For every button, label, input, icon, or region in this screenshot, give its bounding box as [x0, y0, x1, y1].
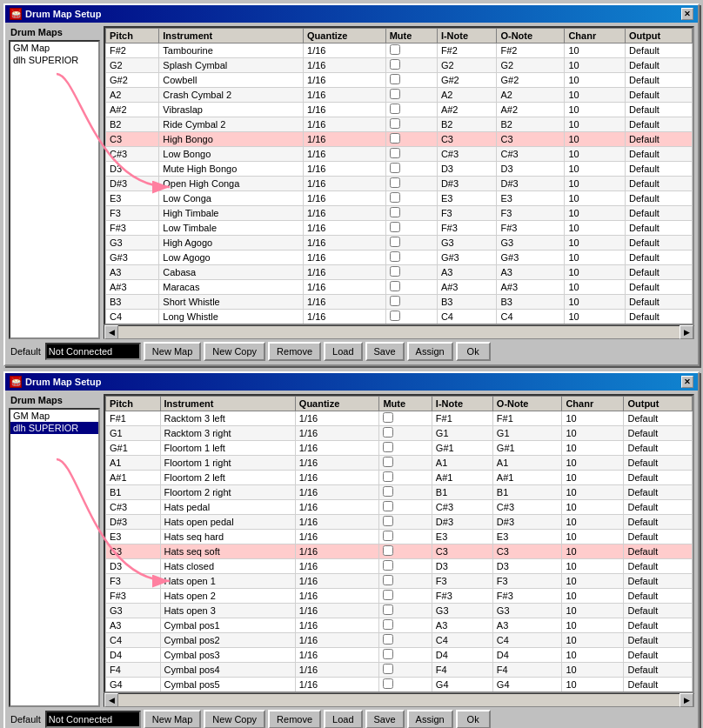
table-row[interactable]: F3 High Timbale 1/16 F3 F3 10 Default — [106, 206, 693, 221]
mute-checkbox[interactable] — [383, 619, 393, 630]
table-row[interactable]: E3 Low Conga 1/16 E3 E3 10 Default — [106, 191, 693, 206]
cell-mute[interactable] — [385, 58, 437, 73]
mute-checkbox[interactable] — [390, 192, 400, 203]
assign-button-1[interactable]: Assign — [407, 342, 453, 361]
scroll-left-1[interactable]: ◀ — [104, 325, 118, 339]
cell-mute[interactable] — [379, 530, 432, 544]
cell-mute[interactable] — [379, 411, 432, 426]
table-row[interactable]: C4 Long Whistle 1/16 C4 C4 10 Default — [106, 310, 693, 324]
mute-checkbox[interactable] — [383, 531, 393, 541]
cell-mute[interactable] — [385, 310, 437, 324]
mute-checkbox[interactable] — [383, 590, 393, 600]
table-row[interactable]: C4 Cymbal pos2 1/16 C4 C4 10 Default — [106, 633, 693, 648]
cell-mute[interactable] — [379, 515, 432, 530]
cell-mute[interactable] — [379, 633, 432, 648]
cell-mute[interactable] — [379, 544, 432, 559]
close-button-1[interactable]: ✕ — [681, 8, 693, 20]
cell-mute[interactable] — [385, 221, 437, 236]
mute-checkbox[interactable] — [383, 442, 393, 452]
not-connected-dropdown-2[interactable]: Not Connected — [45, 711, 141, 728]
h-scrollbar-2[interactable]: ◀ ▶ — [104, 693, 694, 707]
table-row[interactable]: D#3 Open High Conga 1/16 D#3 D#3 10 Defa… — [106, 177, 693, 191]
table-row[interactable]: B3 Short Whistle 1/16 B3 B3 10 Default — [106, 295, 693, 310]
cell-mute[interactable] — [385, 177, 437, 191]
mute-checkbox[interactable] — [383, 412, 393, 423]
cell-mute[interactable] — [379, 589, 432, 604]
cell-mute[interactable] — [379, 471, 432, 485]
mute-checkbox[interactable] — [390, 311, 400, 321]
cell-mute[interactable] — [379, 574, 432, 589]
list-item-gm-map-2[interactable]: GM Map — [10, 410, 98, 422]
table-row[interactable]: G2 Splash Cymbal 1/16 G2 G2 10 Default — [106, 58, 693, 73]
table-row[interactable]: A2 Crash Cymbal 2 1/16 A2 A2 10 Default — [106, 88, 693, 103]
new-map-button-1[interactable]: New Map — [144, 342, 201, 361]
new-copy-button-2[interactable]: New Copy — [204, 710, 265, 728]
mute-checkbox[interactable] — [390, 59, 400, 70]
cell-mute[interactable] — [385, 236, 437, 250]
table-row[interactable]: F#1 Racktom 3 left 1/16 F#1 F#1 10 Defau… — [106, 411, 693, 426]
mute-checkbox[interactable] — [390, 163, 400, 173]
save-button-1[interactable]: Save — [365, 342, 405, 361]
cell-mute[interactable] — [379, 426, 432, 441]
cell-mute[interactable] — [385, 117, 437, 132]
scroll-right-2[interactable]: ▶ — [680, 693, 693, 707]
list-item-dlh-superior-1[interactable]: dlh SUPERIOR — [10, 54, 98, 66]
cell-mute[interactable] — [385, 43, 437, 58]
mute-checkbox[interactable] — [390, 74, 400, 84]
table-row[interactable]: F#3 Low Timbale 1/16 F#3 F#3 10 Default — [106, 221, 693, 236]
mute-checkbox[interactable] — [390, 266, 400, 277]
cell-mute[interactable] — [385, 191, 437, 206]
mute-checkbox[interactable] — [390, 89, 400, 99]
mute-checkbox[interactable] — [383, 664, 393, 674]
table-row[interactable]: A3 Cabasa 1/16 A3 A3 10 Default — [106, 265, 693, 280]
cell-mute[interactable] — [379, 604, 432, 618]
cell-mute[interactable] — [385, 147, 437, 162]
remove-button-2[interactable]: Remove — [268, 710, 321, 728]
mute-checkbox[interactable] — [390, 222, 400, 232]
table-row[interactable]: A#2 Vibraslap 1/16 A#2 A#2 10 Default — [106, 103, 693, 117]
table-row[interactable]: A#3 Maracas 1/16 A#3 A#3 10 Default — [106, 280, 693, 295]
mute-checkbox[interactable] — [383, 545, 393, 556]
cell-mute[interactable] — [379, 441, 432, 456]
mute-checkbox[interactable] — [383, 501, 393, 511]
h-scrollbar-1[interactable]: ◀ ▶ — [104, 325, 694, 339]
mute-checkbox[interactable] — [390, 44, 400, 55]
cell-mute[interactable] — [385, 265, 437, 280]
table-row[interactable]: F4 Cymbal pos4 1/16 F4 F4 10 Default — [106, 663, 693, 678]
not-connected-dropdown-1[interactable]: Not Connected — [45, 343, 141, 360]
mute-checkbox[interactable] — [383, 560, 393, 571]
list-item-dlh-superior-2[interactable]: dlh SUPERIOR — [10, 422, 98, 434]
mute-checkbox[interactable] — [390, 207, 400, 217]
close-button-2[interactable]: ✕ — [681, 376, 693, 388]
table-row[interactable]: D3 Mute High Bongo 1/16 D3 D3 10 Default — [106, 162, 693, 177]
table-row[interactable]: A#1 Floortom 2 left 1/16 A#1 A#1 10 Defa… — [106, 471, 693, 485]
mute-checkbox[interactable] — [390, 133, 400, 144]
table-row[interactable]: G4 Cymbal pos5 1/16 G4 G4 10 Default — [106, 678, 693, 692]
scroll-left-2[interactable]: ◀ — [104, 693, 118, 707]
mute-checkbox[interactable] — [383, 486, 393, 497]
cell-mute[interactable] — [379, 618, 432, 633]
cell-mute[interactable] — [385, 73, 437, 88]
cell-mute[interactable] — [379, 500, 432, 515]
cell-mute[interactable] — [379, 663, 432, 678]
table-row[interactable]: G#1 Floortom 1 left 1/16 G#1 G#1 10 Defa… — [106, 441, 693, 456]
grid-scroll-1[interactable]: Pitch Instrument Quantize Mute I-Note O-… — [104, 26, 694, 325]
cell-mute[interactable] — [385, 132, 437, 147]
new-map-button-2[interactable]: New Map — [144, 710, 201, 728]
scroll-track-1[interactable] — [118, 326, 680, 338]
table-row[interactable]: A3 Cymbal pos1 1/16 A3 A3 10 Default — [106, 618, 693, 633]
mute-checkbox[interactable] — [390, 118, 400, 129]
cell-mute[interactable] — [379, 678, 432, 692]
mute-checkbox[interactable] — [383, 471, 393, 482]
cell-mute[interactable] — [379, 648, 432, 663]
cell-mute[interactable] — [385, 206, 437, 221]
grid-scroll-2[interactable]: Pitch Instrument Quantize Mute I-Note O-… — [104, 394, 694, 693]
list-item-gm-map-1[interactable]: GM Map — [10, 42, 98, 54]
mute-checkbox[interactable] — [383, 457, 393, 467]
table-row[interactable]: A1 Floortom 1 right 1/16 A1 A1 10 Defaul… — [106, 456, 693, 471]
table-row[interactable]: D3 Hats closed 1/16 D3 D3 10 Default — [106, 559, 693, 574]
table-row[interactable]: G#3 Low Agogo 1/16 G#3 G#3 10 Default — [106, 250, 693, 265]
cell-mute[interactable] — [385, 250, 437, 265]
save-button-2[interactable]: Save — [365, 710, 405, 728]
mute-checkbox[interactable] — [390, 281, 400, 291]
